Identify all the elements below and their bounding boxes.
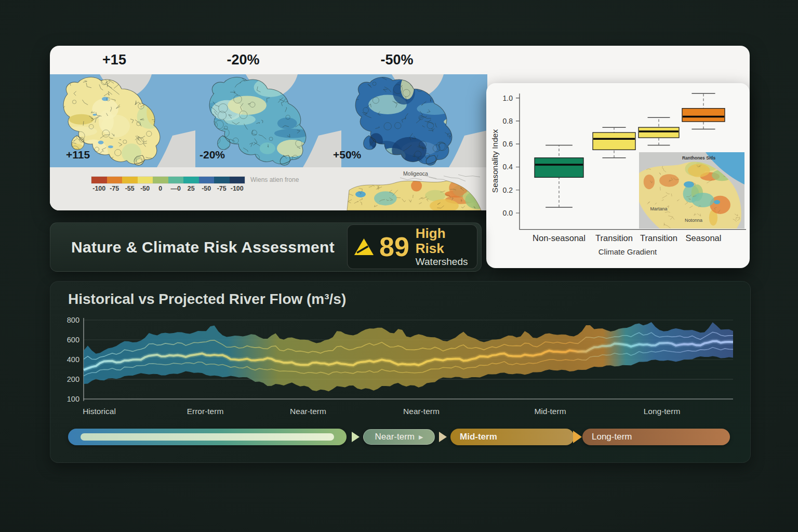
svg-text:Notonna: Notonna (685, 218, 702, 223)
svg-text:Seasonal: Seasonal (686, 233, 722, 243)
scenario-map-3 (342, 74, 487, 167)
svg-text:Climate Gradient: Climate Gradient (598, 247, 657, 256)
mid-term-label: Mid-term (460, 432, 497, 442)
near-term-button[interactable]: Near-term ▶ (363, 429, 435, 445)
long-term-button[interactable]: Long-term (582, 429, 730, 445)
flow-x-label: Long-term (644, 407, 681, 416)
chevron-right-icon (573, 431, 582, 443)
legend-tick: -50 (199, 185, 215, 192)
high-risk-badge: 89 High Risk Watersheds (347, 224, 477, 269)
flow-x-label: Historical (83, 407, 116, 416)
flow-x-label: Near-term (403, 407, 440, 416)
legend-swatch (107, 177, 123, 183)
map-value-label-3: +50% (333, 149, 361, 161)
page-title: Nature & Climate Risk Assessment (71, 238, 335, 256)
svg-text:Ranthones Sitls: Ranthones Sitls (682, 155, 716, 161)
svg-text:0.2: 0.2 (503, 186, 513, 194)
timeline-control: Near-term ▶ Mid-term Long-term (50, 428, 750, 446)
legend-swatch (183, 177, 199, 183)
river-flow-chart: 800600400200100 (63, 316, 738, 406)
map-value-label-1: +115 (66, 149, 90, 161)
risk-sublabel: Watersheds (416, 256, 471, 268)
color-scale-legend (91, 177, 245, 183)
map-value-label-2: -20% (200, 149, 225, 161)
legend-tick: -100 (91, 185, 107, 192)
legend-tick: 25 (183, 185, 199, 192)
partial-map-label: Moligeoca (403, 170, 428, 177)
legend-swatch (199, 177, 215, 183)
scenario-header-3: -50% (380, 52, 413, 68)
flow-x-label: Near-term (290, 407, 326, 416)
flow-x-label: Error-term (187, 407, 224, 416)
svg-text:0.0: 0.0 (503, 209, 513, 217)
legend-swatch (214, 177, 230, 183)
partial-map: Moligeoca (343, 167, 488, 210)
risk-label: High Risk (416, 226, 471, 256)
flow-chart-title: Historical vs Projected River Flow (m³/s… (68, 291, 346, 308)
legend-swatch (230, 177, 245, 183)
svg-text:Transition: Transition (640, 233, 677, 243)
scenario-header-2: -20% (227, 52, 259, 68)
svg-text:800: 800 (67, 316, 79, 324)
boxplot-chart: 0.00.20.40.60.81.0Seasonality IndexNon-s… (486, 83, 750, 268)
legend-tick: -100 (230, 185, 245, 192)
legend-swatch (168, 177, 184, 183)
svg-text:100: 100 (67, 395, 79, 403)
svg-text:0.8: 0.8 (503, 117, 513, 125)
scenario-header-1: +15 (102, 52, 126, 68)
svg-text:Martana: Martana (650, 206, 667, 211)
color-scale-ticks: -100-75-55-500—025-50-75-100 (91, 185, 245, 192)
risk-count: 89 (379, 233, 409, 260)
svg-text:Non-seasonal: Non-seasonal (533, 233, 586, 243)
dashboard-page: +15 -20% -50% +115 -20% +50% -100-75-55-… (0, 0, 798, 532)
legend-note: Wiens atien frone (250, 176, 299, 183)
svg-text:600: 600 (67, 336, 79, 344)
svg-text:0.4: 0.4 (503, 163, 513, 171)
timeline-progress-bar[interactable] (68, 429, 347, 445)
timeline-progress-track (81, 433, 334, 441)
legend-swatch (153, 177, 168, 183)
near-term-label: Near-term (375, 432, 415, 442)
chevron-right-icon (352, 432, 360, 442)
svg-text:Transition: Transition (595, 233, 633, 243)
legend-tick: -55 (122, 185, 138, 192)
svg-text:0.6: 0.6 (503, 140, 513, 148)
legend-tick: -50 (138, 185, 153, 192)
legend-tick: —0 (168, 185, 184, 192)
mid-term-button[interactable]: Mid-term (450, 429, 574, 445)
legend-tick: -75 (107, 185, 123, 192)
play-icon: ▶ (419, 434, 423, 441)
flow-x-label: Mid-term (534, 407, 566, 416)
legend-tick: 0 (153, 185, 168, 192)
warning-triangle-icon (354, 236, 374, 257)
legend-tick: -75 (214, 185, 230, 192)
legend-swatch (138, 177, 153, 183)
river-flow-panel: Historical vs Projected River Flow (m³/s… (50, 281, 751, 463)
svg-text:1.0: 1.0 (503, 94, 513, 102)
legend-swatch (122, 177, 138, 183)
risk-assessment-bar: Nature & Climate Risk Assessment 89 High… (50, 222, 482, 272)
seasonality-boxplot-card: 0.00.20.40.60.81.0Seasonality IndexNon-s… (486, 83, 750, 268)
svg-text:200: 200 (67, 375, 79, 383)
svg-text:400: 400 (67, 355, 79, 364)
svg-text:Seasonality Index: Seasonality Index (490, 129, 499, 193)
map-band: +115 -20% +50% (50, 74, 487, 167)
chevron-right-icon (439, 432, 447, 442)
legend-swatch (91, 177, 107, 183)
long-term-label: Long-term (592, 432, 632, 442)
